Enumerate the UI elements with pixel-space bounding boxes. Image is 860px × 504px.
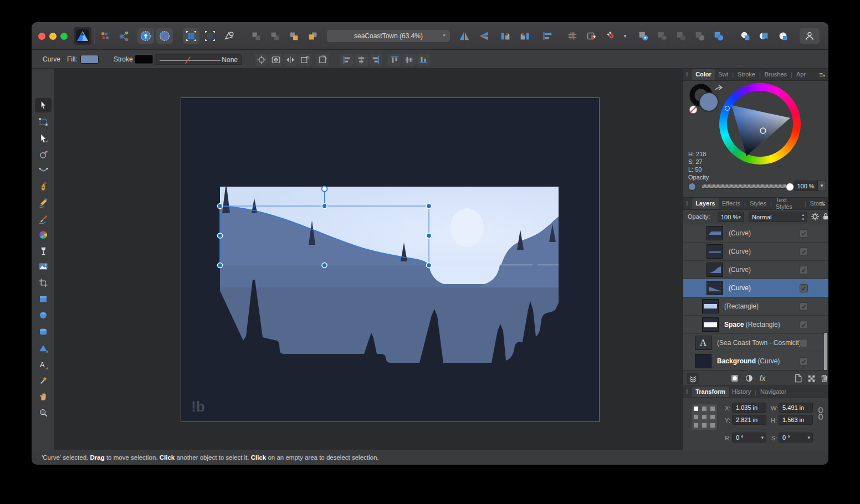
align-bottom-icon[interactable]: [417, 54, 430, 66]
align-center-h-icon[interactable]: [355, 54, 368, 66]
tab-swatches[interactable]: Swt: [715, 69, 731, 80]
stroke-width-slider[interactable]: None: [155, 54, 242, 65]
tab-styles[interactable]: Styles: [746, 198, 770, 209]
layer-row[interactable]: Space (Rectangle) ✓: [683, 316, 828, 334]
rotate-object-icon[interactable]: [316, 54, 329, 66]
vector-crop-tool[interactable]: [35, 276, 52, 290]
opacity-dropdown-caret[interactable]: ▼: [817, 181, 826, 191]
layer-row[interactable]: A (Sea Coast Town - Cosmicit) ✓: [683, 334, 828, 352]
tab-appearance[interactable]: Apr: [793, 69, 809, 80]
node-share-icon[interactable]: [116, 28, 132, 44]
node-tool[interactable]: [35, 131, 52, 146]
layer-effects-fx-icon[interactable]: fx: [756, 373, 769, 384]
pattern-layer-icon[interactable]: [805, 373, 817, 384]
rounded-rectangle-tool[interactable]: [35, 325, 52, 339]
slices-export-icon[interactable]: [583, 28, 600, 44]
tab-color[interactable]: Color: [692, 69, 715, 80]
color-wheel-tool[interactable]: [35, 228, 52, 242]
boolean-intersect-icon[interactable]: [673, 28, 689, 44]
layer-visibility-checkbox[interactable]: ✓: [800, 321, 808, 329]
insert-inside-icon[interactable]: [756, 28, 772, 44]
x-field[interactable]: 1.035 in: [732, 403, 766, 413]
tab-effects[interactable]: Effects: [719, 198, 744, 209]
layer-settings-gear-icon[interactable]: [811, 212, 820, 221]
rotation-handle[interactable]: [322, 186, 327, 192]
document-title[interactable]: seaCoastTown (63.4%) *: [327, 30, 450, 42]
layer-row-selected[interactable]: (Curve) ✓: [683, 279, 828, 297]
artistic-text-tool[interactable]: A: [35, 358, 52, 372]
snap-to-center-icon[interactable]: [255, 54, 268, 66]
layers-panel-menu-icon[interactable]: ≡▾: [819, 200, 825, 208]
triangle-tool[interactable]: [35, 341, 52, 356]
tab-navigator[interactable]: Navigator: [757, 387, 790, 397]
flip-vertical-icon[interactable]: [475, 28, 492, 44]
alignment-icon[interactable]: [539, 28, 556, 44]
arrange-front-icon[interactable]: [304, 28, 321, 44]
fill-swatch[interactable]: [80, 55, 99, 64]
transparency-tool[interactable]: [35, 244, 52, 258]
zoom-tool[interactable]: [35, 405, 52, 420]
boolean-divide-icon[interactable]: [692, 28, 708, 44]
tab-history[interactable]: History: [729, 387, 754, 397]
panel-grip[interactable]: ‖: [686, 389, 689, 395]
lock-icon[interactable]: [822, 212, 828, 221]
tab-stock[interactable]: Stock: [806, 198, 828, 209]
panel-grip[interactable]: ‖: [686, 200, 689, 207]
shear-field[interactable]: 0 °▾: [779, 433, 813, 443]
layer-visibility-checkbox[interactable]: ✓: [800, 229, 808, 238]
close-window-button[interactable]: [38, 33, 45, 40]
highlight-line-curve-2[interactable]: [538, 265, 559, 266]
opacity-color-chip[interactable]: [688, 183, 696, 191]
layer-visibility-checkbox[interactable]: ✓: [800, 248, 808, 256]
layers-stack-icon[interactable]: [687, 373, 699, 384]
vector-brush-tool[interactable]: [35, 212, 52, 226]
insert-behind-icon[interactable]: [737, 28, 754, 44]
opacity-slider[interactable]: [701, 184, 790, 189]
no-fill-chip[interactable]: [689, 106, 697, 114]
anchor-point-selector[interactable]: [691, 404, 718, 430]
h-field[interactable]: 1.563 in: [779, 415, 813, 425]
show-preview-icon[interactable]: [269, 54, 283, 66]
flip-nodes-icon[interactable]: [284, 54, 297, 66]
color-panel-menu-icon[interactable]: ≡▾: [819, 71, 825, 79]
sl-triangle[interactable]: [719, 83, 801, 164]
pen-tool[interactable]: [35, 179, 52, 194]
layer-row[interactable]: (Curve) ✓: [683, 261, 828, 279]
rotation-field[interactable]: 0 °▾: [732, 433, 766, 443]
layer-visibility-checkbox[interactable]: ✓: [800, 302, 808, 311]
ellipse-tool[interactable]: [35, 308, 52, 322]
convert-shape-icon[interactable]: [221, 28, 237, 44]
arrange-back-icon[interactable]: [248, 28, 264, 44]
layer-visibility-checkbox-unchecked[interactable]: ✓: [800, 339, 808, 347]
link-dimensions-icon[interactable]: [817, 406, 824, 421]
tab-brushes[interactable]: Brushes: [761, 69, 790, 80]
layers-opacity-dropdown[interactable]: 100 %▾: [718, 212, 744, 222]
layer-row[interactable]: (Rectangle) ✓: [683, 297, 828, 316]
layer-visibility-checkbox[interactable]: ✓: [800, 284, 808, 292]
highlight-line-curve[interactable]: [500, 265, 533, 266]
layer-row[interactable]: (Curve) ✓: [683, 224, 828, 243]
blend-mode-dropdown[interactable]: Normal▴▾: [749, 212, 807, 222]
grid-options-icon[interactable]: [564, 28, 581, 44]
artboard[interactable]: !b: [181, 98, 599, 421]
adjustment-layer-icon[interactable]: [743, 373, 755, 384]
fill-color-chip[interactable]: [699, 92, 718, 111]
place-image-tool[interactable]: [35, 259, 52, 274]
boolean-subtract-icon[interactable]: [654, 28, 670, 44]
align-middle-icon[interactable]: [402, 54, 416, 66]
w-field[interactable]: 5.491 in: [779, 403, 813, 413]
moon[interactable]: [451, 208, 484, 247]
zoom-window-button[interactable]: [60, 33, 68, 40]
point-transform-tool[interactable]: [35, 147, 52, 162]
insert-on-top-icon[interactable]: [775, 28, 791, 44]
opacity-value[interactable]: 100 %: [794, 181, 817, 191]
account-person-icon[interactable]: [800, 28, 820, 44]
tab-transform[interactable]: Transform: [692, 387, 729, 397]
delete-layer-trash-icon[interactable]: [818, 373, 828, 384]
pencil-tool[interactable]: [35, 196, 52, 210]
align-left-icon[interactable]: [340, 54, 354, 66]
tab-layers[interactable]: Layers: [692, 198, 718, 209]
new-layer-icon[interactable]: [792, 373, 804, 384]
boolean-combine-icon[interactable]: [710, 28, 727, 44]
publish-badge-button[interactable]: [137, 28, 154, 44]
